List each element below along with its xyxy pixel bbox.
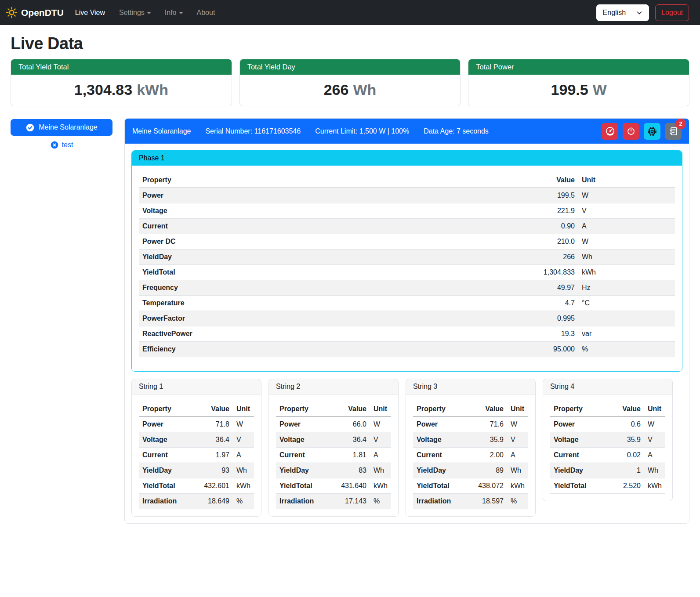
value-cell: 0.6 <box>619 417 644 432</box>
unit-cell: Wh <box>644 463 665 478</box>
unit-cell: V <box>370 432 391 448</box>
unit-cell: A <box>644 448 665 463</box>
unit-cell: W <box>578 188 675 203</box>
property-cell: YieldTotal <box>413 478 475 494</box>
limit-settings-button[interactable] <box>602 123 618 140</box>
total-yield-day-unit: Wh <box>353 81 376 98</box>
value-cell: 36.4 <box>337 432 370 448</box>
value-cell: 0.995 <box>540 311 578 326</box>
string-title: String 2 <box>269 379 398 394</box>
property-cell: Voltage <box>139 432 200 448</box>
table-row: YieldTotal1,304.833kWh <box>139 265 675 280</box>
column-header-value: Value <box>619 402 644 417</box>
value-cell: 17.143 <box>337 494 370 509</box>
string-3-table: Property Value Unit Power71.6WVoltage35.… <box>413 402 528 509</box>
phase-table: Property Value Unit Power199.5WVoltage22… <box>139 173 675 357</box>
property-cell: Irradiation <box>413 494 475 509</box>
unit-cell: % <box>578 342 675 357</box>
property-cell: Voltage <box>550 432 619 448</box>
device-info-button[interactable] <box>644 123 660 140</box>
property-cell: YieldTotal <box>139 265 540 280</box>
brand-link[interactable]: OpenDTU <box>6 7 64 18</box>
property-cell: Power <box>276 417 337 432</box>
unit-cell: W <box>507 417 528 432</box>
table-row: YieldDay266Wh <box>139 250 675 265</box>
table-row: Temperature4.7°C <box>139 296 675 311</box>
value-cell: 0.02 <box>619 448 644 463</box>
unit-cell: V <box>644 432 665 448</box>
value-cell: 18.597 <box>475 494 507 509</box>
value-cell: 199.5 <box>540 188 578 203</box>
column-header-property: Property <box>139 402 200 417</box>
table-row: Efficiency95.000% <box>139 342 675 357</box>
property-cell: Current <box>276 448 337 463</box>
string-4-table: Property Value Unit Power0.6WVoltage35.9… <box>550 402 665 494</box>
property-cell: YieldTotal <box>276 478 337 494</box>
value-cell: 89 <box>475 463 507 478</box>
inverter-select-button-meine-solaranlage[interactable]: Meine Solaranlage <box>11 119 112 136</box>
power-button[interactable] <box>623 123 639 140</box>
value-cell: 1.97 <box>200 448 233 463</box>
value-cell: 432.601 <box>200 478 233 494</box>
unit-cell: var <box>578 326 675 342</box>
total-yield-day-value: 266 <box>324 81 349 98</box>
property-cell: Power <box>550 417 619 432</box>
unit-cell: W <box>370 417 391 432</box>
caret-down-icon <box>147 12 151 14</box>
value-cell: 438.072 <box>475 478 507 494</box>
table-row: Power71.8W <box>139 417 254 432</box>
property-cell: YieldDay <box>276 463 337 478</box>
phase-1-card: Phase 1 Property Value Unit Power199.5WV… <box>131 150 682 372</box>
inverter-select-link-test[interactable]: test <box>11 141 112 149</box>
navbar: OpenDTU Live View Settings Info About En… <box>0 0 700 25</box>
unit-cell: V <box>578 203 675 219</box>
nav-item-about[interactable]: About <box>190 5 222 20</box>
unit-cell: V <box>507 432 528 448</box>
property-cell: YieldTotal <box>550 478 619 494</box>
unit-cell: V <box>233 432 254 448</box>
table-row: Power0.6W <box>550 417 665 432</box>
property-cell: YieldDay <box>139 463 200 478</box>
unit-cell: Wh <box>578 250 675 265</box>
value-cell: 71.8 <box>200 417 233 432</box>
nav-item-info[interactable]: Info <box>158 5 190 20</box>
nav-item-live-view[interactable]: Live View <box>68 5 112 20</box>
inverter-card-body: Phase 1 Property Value Unit Power199.5WV… <box>125 144 689 523</box>
check-circle-icon <box>25 123 35 132</box>
unit-cell: A <box>233 448 254 463</box>
string-2-table: Property Value Unit Power66.0WVoltage36.… <box>276 402 391 509</box>
property-cell: Irradiation <box>139 494 200 509</box>
column-header-property: Property <box>139 173 540 188</box>
value-cell: 35.9 <box>619 432 644 448</box>
summary-row: Total Yield Total 1,304.83 kWh Total Yie… <box>11 59 689 106</box>
table-row: YieldTotal438.072kWh <box>413 478 528 494</box>
phase-title: Phase 1 <box>132 151 682 166</box>
table-row: PowerFactor0.995 <box>139 311 675 326</box>
unit-cell: kWh <box>507 478 528 494</box>
property-cell: YieldTotal <box>139 478 200 494</box>
table-row: Irradiation18.649% <box>139 494 254 509</box>
property-cell: Frequency <box>139 280 540 296</box>
column-header-property: Property <box>413 402 475 417</box>
language-select[interactable]: English <box>596 4 649 21</box>
table-row: Irradiation18.597% <box>413 494 528 509</box>
table-row: Current1.81A <box>276 448 391 463</box>
property-cell: Temperature <box>139 296 540 311</box>
total-yield-day-card: Total Yield Day 266 Wh <box>239 59 461 106</box>
logout-button[interactable]: Logout <box>655 4 689 21</box>
serial-number: Serial Number: 116171603546 <box>205 127 301 135</box>
string-2-card: String 2 Property Value Unit <box>268 379 399 517</box>
nav-item-settings[interactable]: Settings <box>112 5 158 20</box>
total-power-unit: W <box>593 81 607 98</box>
caret-down-icon <box>179 12 183 14</box>
value-cell: 221.9 <box>540 203 578 219</box>
string-title: String 3 <box>406 379 535 394</box>
unit-cell: Wh <box>370 463 391 478</box>
sun-icon <box>6 7 18 18</box>
string-row: String 1 Property Value Unit <box>131 379 682 517</box>
column-header-unit: Unit <box>370 402 391 417</box>
unit-cell: kWh <box>578 265 675 280</box>
property-cell: Efficiency <box>139 342 540 357</box>
event-log-button[interactable]: 2 <box>665 123 682 140</box>
property-cell: Power <box>139 188 540 203</box>
